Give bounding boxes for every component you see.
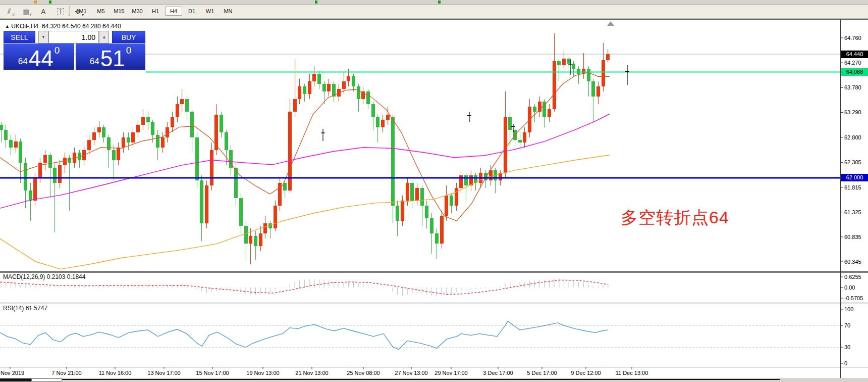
sell-price-small: 64 <box>18 57 28 67</box>
candle-body <box>122 137 125 148</box>
candle-body <box>136 125 140 132</box>
candle-body <box>548 109 551 117</box>
candle-body <box>283 183 287 190</box>
candle-body <box>141 117 145 125</box>
candle-body <box>381 120 385 127</box>
candle-body <box>161 137 165 148</box>
candle-body <box>425 206 428 218</box>
candle-body <box>210 150 213 185</box>
candle-body <box>180 99 184 104</box>
ma-fast-line <box>0 72 610 221</box>
candle-body <box>415 188 419 201</box>
collapse-arrow-icon[interactable]: ▲ <box>5 24 10 29</box>
candle-body <box>352 76 355 86</box>
candle-body <box>220 115 223 132</box>
candle-body <box>185 99 189 112</box>
candle-body <box>562 59 566 65</box>
candle-body <box>401 201 404 221</box>
candle-body <box>4 130 8 140</box>
candle-body <box>557 61 561 65</box>
candle-body <box>112 150 116 160</box>
candle-body <box>156 135 159 148</box>
buy-price-display[interactable]: 64510 <box>76 43 145 70</box>
candle-body <box>518 140 522 142</box>
candle-body <box>455 188 458 206</box>
candle-body <box>391 117 395 206</box>
candle-body <box>430 218 433 233</box>
candle-body <box>293 99 297 112</box>
candle-body <box>97 127 101 132</box>
candle-body <box>406 183 409 201</box>
volume-increase-button[interactable]: ▲ <box>99 31 109 43</box>
buy-price-big: 51 <box>100 47 125 70</box>
candle-body <box>376 117 379 127</box>
candle-body <box>19 141 22 163</box>
candle-body <box>200 180 203 223</box>
candle-body <box>146 117 150 122</box>
candle-body <box>396 206 399 221</box>
chart-title: ▲ UKOil-,H4 64.320 64.540 64.280 64.440 <box>5 23 121 30</box>
sell-price-big: 44 <box>29 47 53 70</box>
candle-body <box>347 76 350 81</box>
buy-button[interactable]: BUY <box>112 31 145 43</box>
candle-body <box>533 107 536 112</box>
candle-body <box>317 74 321 84</box>
candle-body <box>572 64 575 69</box>
sell-price-sup: 0 <box>55 45 60 56</box>
candle-body <box>0 125 3 130</box>
mt4-terminal: { "toolbar": { "icons": [ {"name": "equi… <box>0 0 868 382</box>
candle-body <box>504 117 507 173</box>
candle-body <box>131 132 135 142</box>
price-badge-62.000: 62.000 <box>841 174 868 181</box>
candle-body <box>298 86 301 99</box>
ma-mid-line <box>0 114 610 209</box>
rsi-value: 61.5747 <box>26 305 47 312</box>
candle-body <box>214 115 218 150</box>
candle-body <box>24 163 27 190</box>
volume-decrease-button[interactable]: ▼ <box>38 31 48 43</box>
sell-price-display[interactable]: 64440 <box>4 43 74 70</box>
ohlc-values: 64.320 64.540 64.280 64.440 <box>42 23 121 30</box>
candle-body <box>33 178 37 201</box>
price-badge-64.088: 64.088 <box>841 68 868 76</box>
candle-body <box>288 112 292 190</box>
candle-body <box>259 233 262 246</box>
candle-body <box>102 127 105 137</box>
candle-body <box>92 132 96 140</box>
candle-body <box>195 137 199 180</box>
candle-body <box>464 175 468 185</box>
volume-input[interactable] <box>48 31 99 43</box>
one-click-trading-panel: SELL ▼ ▲ BUY 64440 64510 <box>4 31 145 70</box>
candle-body <box>440 216 444 244</box>
trade-prices-row: 64440 64510 <box>4 43 145 70</box>
candle-body <box>553 61 556 109</box>
candle-body <box>371 104 375 117</box>
candle-body <box>591 81 595 97</box>
sell-button[interactable]: SELL <box>4 31 35 43</box>
spinner-up-icon: ▲ <box>102 35 106 39</box>
candle-body <box>225 132 228 150</box>
candle-body <box>420 188 424 206</box>
candle-body <box>342 81 346 89</box>
candle-body <box>63 158 67 165</box>
candle-body <box>508 117 512 130</box>
macd-signal-line <box>0 280 608 294</box>
candle-body <box>322 84 326 91</box>
candle-body <box>43 155 47 163</box>
candle-body <box>127 137 130 142</box>
candle-body <box>312 74 316 81</box>
candle-body <box>308 81 311 94</box>
candle-body <box>606 54 610 60</box>
candle-body <box>29 190 32 201</box>
candle-body <box>14 141 18 148</box>
candle-body <box>303 86 306 94</box>
candle-body <box>190 112 194 137</box>
candle-body <box>435 233 439 244</box>
buy-price-small: 64 <box>90 57 99 67</box>
candle-body <box>327 84 331 91</box>
candle-body <box>254 236 257 246</box>
candle-body <box>366 91 370 104</box>
macd-values: 0.2103 0.1844 <box>47 273 86 280</box>
candle-body <box>48 155 52 168</box>
candle-body <box>602 60 605 86</box>
